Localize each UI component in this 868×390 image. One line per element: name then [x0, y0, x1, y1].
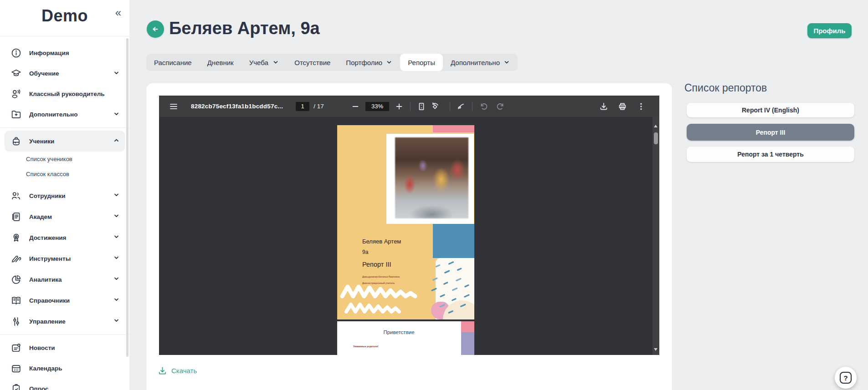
chevron-up-icon	[113, 137, 119, 145]
sidebar-item-additional[interactable]: Дополнительно	[0, 104, 129, 125]
tab-label: Дневник	[207, 59, 234, 66]
pencils-icon	[10, 253, 22, 265]
sidebar-item-survey[interactable]: Опрос	[0, 379, 129, 390]
redo-button[interactable]	[496, 102, 505, 111]
undo-button[interactable]	[479, 102, 488, 111]
folder-plus-icon	[10, 108, 22, 121]
rotate-button[interactable]	[430, 102, 439, 111]
pdf-document-area[interactable]: Беляев Артем 9а Репорт III Давыденкова Н…	[159, 117, 659, 355]
cover-teacher-name: Давыденкова Наталья Павловна	[362, 275, 400, 278]
sidebar-item-label: Дополнительно	[29, 111, 78, 118]
sidebar-item-information[interactable]: Информация	[0, 43, 129, 63]
sidebar-item-class-teacher[interactable]: Классный руководитель	[0, 84, 129, 104]
news-icon	[10, 342, 22, 354]
download-report-link[interactable]: Скачать	[158, 366, 197, 375]
teacher-icon	[10, 88, 22, 100]
sidebar-divider	[0, 127, 129, 128]
zoom-level[interactable]: 33%	[365, 102, 389, 111]
sidebar-item-students[interactable]: Ученики	[5, 131, 125, 152]
tab-diary[interactable]: Дневник	[200, 54, 241, 71]
pdf-viewer: 8282cb75ecf13fa1b1bcdd57c... 1 / 17 33%	[159, 96, 659, 355]
sidebar-item-label: Обучение	[29, 70, 59, 77]
help-button[interactable]: ?	[835, 367, 857, 389]
sidebar-item-label: Инструменты	[29, 255, 71, 262]
app-logo: Demo	[0, 6, 129, 25]
journal-icon	[10, 211, 22, 223]
menu-icon[interactable]	[169, 102, 178, 111]
tab-label: Расписание	[154, 59, 192, 66]
tab-study[interactable]: Учеба	[241, 54, 287, 71]
sidebar-item-analytics[interactable]: Аналитика	[0, 269, 129, 290]
scroll-down-icon[interactable]	[654, 348, 657, 351]
report-button-report-quarter-1[interactable]: Репорт за 1 четверть	[687, 147, 854, 162]
medal-icon	[10, 232, 22, 244]
chevron-down-icon	[113, 192, 119, 200]
annotate-button[interactable]	[457, 102, 466, 111]
app-screen: Demo « Информация Обучение	[0, 0, 868, 390]
info-icon	[10, 47, 22, 59]
cover-photo	[395, 137, 468, 218]
sidebar-item-news[interactable]: Новости	[0, 338, 129, 358]
print-button[interactable]	[618, 102, 627, 111]
sidebar-item-label: Аналитика	[29, 276, 62, 283]
cover-blue-square	[433, 224, 474, 258]
tab-label: Отсутствие	[294, 59, 330, 66]
sidebar-item-achievements[interactable]: Достижения	[0, 227, 129, 248]
backpack-icon	[10, 135, 22, 147]
sidebar-item-tools[interactable]: Инструменты	[0, 248, 129, 269]
back-button[interactable]	[147, 20, 164, 38]
cover-student-name: Беляев Артем	[362, 238, 401, 245]
sidebar-item-directories[interactable]: Справочники	[0, 290, 129, 311]
download-button[interactable]	[599, 102, 608, 111]
tab-absence[interactable]: Отсутствие	[287, 54, 338, 71]
sidebar-collapse-icon[interactable]: «	[115, 6, 121, 19]
people-icon	[10, 190, 22, 202]
calendar-icon	[10, 362, 22, 375]
sidebar-item-label: Управление	[29, 318, 66, 325]
report-button-report-iii[interactable]: Репорт III	[687, 124, 854, 141]
open-book-icon	[10, 294, 22, 307]
more-options-button[interactable]	[637, 102, 646, 111]
sidebar-item-label: Классный руководитель	[29, 91, 105, 97]
zoom-in-button[interactable]	[395, 102, 404, 111]
pdf-scrollbar-thumb[interactable]	[654, 132, 658, 144]
download-link-label: Скачать	[171, 367, 197, 375]
sidebar-item-label: Календарь	[29, 365, 62, 372]
zoom-out-button[interactable]	[351, 102, 360, 111]
tab-additional[interactable]: Дополнительно	[443, 54, 518, 71]
tab-label: Портфолио	[346, 59, 382, 66]
chevron-down-icon	[113, 111, 119, 119]
sidebar-item-label: Справочники	[29, 297, 70, 304]
graduation-cap-icon	[10, 67, 22, 80]
sidebar-item-education[interactable]: Обучение	[0, 63, 129, 84]
chevron-down-icon	[272, 59, 279, 66]
page-number-input[interactable]: 1	[296, 102, 309, 111]
scroll-up-icon[interactable]	[654, 125, 657, 127]
page2-heading: Приветствие	[337, 329, 461, 335]
tab-label: Дополнительно	[451, 59, 500, 66]
chevron-down-icon	[113, 296, 119, 304]
sidebar-item-academ[interactable]: Академ	[0, 206, 129, 227]
sidebar-scrollbar[interactable]	[126, 38, 128, 357]
fit-page-button[interactable]	[417, 102, 426, 111]
sliders-icon	[10, 315, 22, 328]
tab-portfolio[interactable]: Портфолио	[338, 54, 400, 71]
sidebar-item-label: Новости	[29, 344, 55, 351]
report-button-report-iv-english[interactable]: Report IV (English)	[687, 103, 854, 117]
chevron-down-icon	[503, 59, 510, 66]
sidebar-subitem-students-list[interactable]: Список учеников	[0, 152, 129, 167]
tab-reports[interactable]: Репорты	[400, 54, 443, 71]
pdf-scrollbar[interactable]	[652, 117, 659, 355]
wave-decoration	[340, 283, 424, 318]
sidebar-item-management[interactable]: Управление	[0, 311, 129, 332]
pie-chart-icon	[10, 274, 22, 286]
sidebar-subitem-classes-list[interactable]: Список классов	[0, 167, 129, 182]
sidebar-item-label: Опрос	[29, 385, 48, 390]
sidebar-item-calendar[interactable]: Календарь	[0, 358, 129, 379]
cover-report-title: Репорт III	[362, 261, 391, 268]
sidebar-item-staff[interactable]: Сотрудники	[0, 185, 129, 206]
chevron-down-icon	[113, 70, 119, 78]
tab-schedule[interactable]: Расписание	[146, 54, 200, 71]
report-list-heading: Список репортов	[684, 82, 767, 94]
profile-button[interactable]: Профиль	[807, 23, 852, 38]
